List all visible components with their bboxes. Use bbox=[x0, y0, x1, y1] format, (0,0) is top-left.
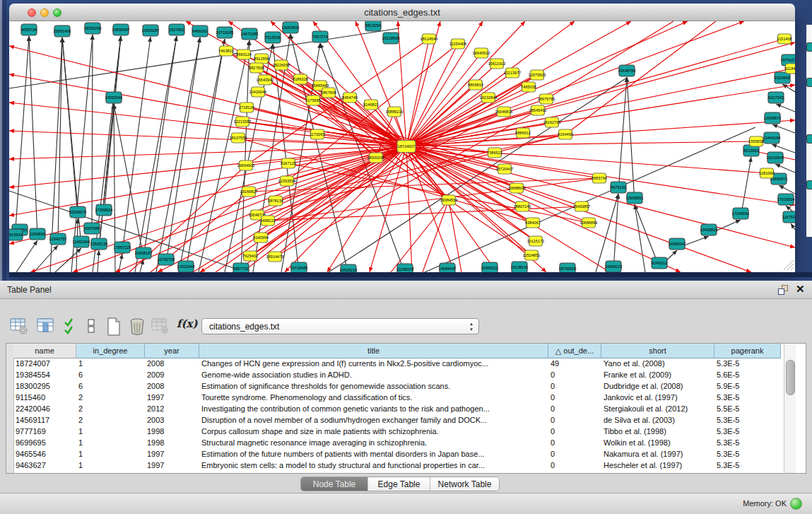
table-cell[interactable]: Estimation of significance thresholds fo… bbox=[199, 381, 548, 392]
table-cell[interactable]: 2009 bbox=[145, 370, 199, 381]
teal-node[interactable]: 10590497 bbox=[112, 24, 130, 35]
float-panel-icon[interactable] bbox=[777, 284, 789, 296]
yellow-node[interactable]: 15885219 bbox=[386, 107, 404, 117]
yellow-node[interactable]: 12524851 bbox=[523, 250, 541, 260]
edge[interactable] bbox=[775, 164, 795, 173]
yellow-node[interactable]: 19166827 bbox=[240, 187, 258, 197]
teal-node[interactable]: 16959347 bbox=[669, 238, 686, 250]
yellow-node[interactable]: 18124549 bbox=[420, 34, 438, 44]
table-row[interactable]: 2242004622012Investigating the contribut… bbox=[13, 404, 781, 415]
teal-node[interactable]: 7557274 bbox=[312, 31, 328, 42]
teal-node[interactable]: 12093872 bbox=[764, 112, 782, 124]
table-cell[interactable]: Genome-wide association studies in ADHD. bbox=[199, 370, 548, 381]
row-height-icon[interactable] bbox=[86, 317, 96, 337]
teal-node[interactable]: 16782759 bbox=[158, 254, 175, 265]
edge[interactable] bbox=[779, 185, 795, 194]
table-cell[interactable]: 5.3E-5 bbox=[714, 392, 781, 404]
teal-node[interactable]: 12923448 bbox=[177, 261, 195, 272]
teal-node[interactable]: 16053809 bbox=[282, 22, 300, 33]
table-row[interactable]: 946362711997Embryonic stem cells: a mode… bbox=[13, 460, 781, 472]
table-selector-dropdown[interactable]: citations_edges.txt ▲▼ bbox=[201, 318, 479, 334]
table-cell[interactable]: 2 bbox=[76, 392, 145, 404]
edge[interactable] bbox=[58, 37, 62, 243]
table-cell[interactable]: 9115460 bbox=[13, 392, 76, 404]
yellow-node[interactable]: 18226058 bbox=[273, 60, 290, 70]
table-cell[interactable]: Disruption of a novel member of a sodium… bbox=[199, 415, 548, 426]
table-cell[interactable]: 22420046 bbox=[13, 404, 76, 415]
yellow-node[interactable]: 11254408 bbox=[449, 39, 466, 49]
yellow-node[interactable]: 12353594 bbox=[278, 176, 296, 186]
edge[interactable] bbox=[98, 250, 99, 272]
teal-node[interactable]: 8679191 bbox=[611, 182, 626, 193]
yellow-node[interactable]: 9146821 bbox=[363, 100, 379, 110]
table-cell[interactable]: Investigating the contribution of common… bbox=[199, 404, 548, 415]
teal-node[interactable]: 9857791 bbox=[233, 263, 249, 272]
edge[interactable] bbox=[92, 35, 93, 233]
teal-node[interactable]: 16648784 bbox=[618, 65, 636, 76]
yellow-node[interactable]: 16640910 bbox=[473, 48, 490, 58]
yellow-node[interactable]: 2867608 bbox=[321, 88, 336, 98]
teal-node[interactable]: 12942757 bbox=[49, 233, 67, 245]
table-cell[interactable]: 1 bbox=[76, 438, 145, 449]
edge[interactable] bbox=[179, 39, 225, 272]
table-cell[interactable]: Estimation of the future numbers of pati… bbox=[199, 449, 548, 460]
table-cell[interactable]: Structural magnetic resonance image aver… bbox=[199, 438, 548, 449]
new-table-icon[interactable] bbox=[106, 317, 122, 339]
teal-node[interactable]: 14671385 bbox=[241, 28, 259, 40]
table-row[interactable]: 1938455462009Genome-wide association stu… bbox=[13, 370, 781, 381]
yellow-node[interactable]: 12213977 bbox=[504, 68, 522, 78]
select-all-icon[interactable] bbox=[64, 317, 79, 337]
edge[interactable] bbox=[93, 36, 121, 272]
yellow-node[interactable]: 10686899 bbox=[580, 218, 598, 228]
edge[interactable] bbox=[618, 77, 627, 192]
table-cell[interactable]: 5.5E-5 bbox=[714, 404, 781, 415]
teal-node[interactable]: 8813054 bbox=[365, 21, 381, 31]
table-cell[interactable]: 2008 bbox=[145, 358, 199, 370]
table-cell[interactable]: 2003 bbox=[145, 415, 199, 426]
teal-node[interactable]: 20206576 bbox=[69, 206, 87, 218]
yellow-node[interactable]: 16046816 bbox=[495, 107, 513, 117]
teal-node[interactable]: 13505135 bbox=[90, 238, 108, 250]
yellow-node[interactable]: 8454749 bbox=[342, 93, 358, 103]
table-cell[interactable]: 5.6E-5 bbox=[714, 370, 781, 381]
table-cell[interactable]: Nakamura et al. (1997) bbox=[601, 449, 714, 460]
teal-node[interactable]: 18795529 bbox=[559, 263, 577, 272]
column-header-year[interactable]: year bbox=[145, 344, 199, 358]
table-cell[interactable]: 9699695 bbox=[13, 438, 76, 449]
yellow-node[interactable]: 8690124 bbox=[236, 49, 252, 59]
teal-node[interactable]: 11675300 bbox=[782, 211, 795, 223]
table-cell[interactable]: 1997 bbox=[145, 392, 199, 404]
table-cell[interactable]: 5.3E-5 bbox=[714, 460, 781, 472]
teal-node[interactable]: 11451944 bbox=[73, 236, 90, 247]
citation-edge[interactable] bbox=[249, 146, 406, 192]
yellow-node[interactable]: 16162765 bbox=[543, 117, 561, 127]
table-cell[interactable]: 0 bbox=[548, 460, 601, 472]
yellow-node[interactable]: 8912954 bbox=[254, 54, 269, 64]
memory-status-indicator[interactable] bbox=[790, 498, 802, 510]
table-cell[interactable]: 18300295 bbox=[13, 381, 76, 392]
teal-node[interactable]: 10993851 bbox=[626, 192, 644, 204]
citation-edge[interactable] bbox=[423, 200, 449, 272]
table-cell[interactable]: 5.3E-5 bbox=[714, 426, 781, 438]
edge[interactable] bbox=[791, 223, 795, 230]
citation-edge[interactable] bbox=[244, 54, 406, 146]
citation-edge[interactable] bbox=[115, 146, 406, 272]
table-cell[interactable]: 1 bbox=[76, 449, 145, 460]
teal-node[interactable]: 6466161 bbox=[192, 25, 208, 37]
citation-edge[interactable] bbox=[216, 158, 376, 272]
yellow-node[interactable]: 9827508 bbox=[249, 63, 264, 73]
yellow-node[interactable]: 12213383 bbox=[234, 117, 252, 127]
yellow-node[interactable]: 5878134 bbox=[268, 196, 283, 206]
yellow-node[interactable]: 18807243 bbox=[514, 201, 531, 211]
table-cell[interactable]: Corpus callosum shape and size in male p… bbox=[199, 426, 548, 438]
column-header-short[interactable]: short bbox=[601, 344, 714, 358]
window-titlebar[interactable]: citations_edges.txt bbox=[9, 4, 795, 21]
function-builder-icon[interactable]: f(x) bbox=[177, 317, 198, 330]
yellow-node[interactable]: 1081960 bbox=[759, 168, 775, 178]
citation-edge[interactable] bbox=[406, 146, 536, 241]
teal-node[interactable]: 11158376 bbox=[396, 264, 413, 272]
yellow-node[interactable]: 18975786 bbox=[538, 94, 555, 104]
yellow-node[interactable]: 18300295 bbox=[367, 153, 385, 163]
teal-node[interactable]: 10719185 bbox=[216, 27, 234, 38]
edge[interactable] bbox=[99, 104, 114, 248]
